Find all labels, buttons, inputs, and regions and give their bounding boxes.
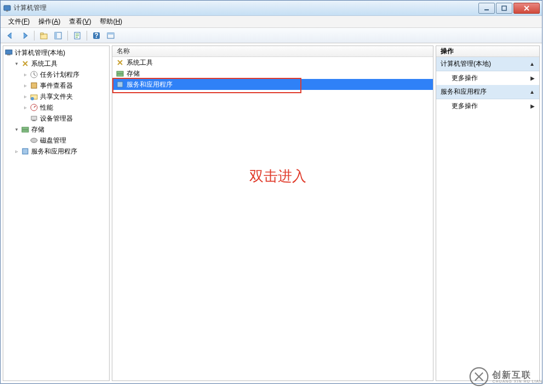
svg-rect-26	[117, 71, 123, 73]
window-title: 计算机管理	[14, 3, 477, 13]
blank-expand	[22, 137, 28, 144]
properties-button[interactable]	[71, 30, 84, 42]
show-hide-button[interactable]	[52, 30, 65, 42]
back-button[interactable]	[4, 30, 17, 42]
svg-rect-13	[5, 50, 12, 54]
collapse-icon[interactable]: ▲	[529, 89, 535, 95]
svg-rect-16	[31, 83, 37, 88]
svg-point-18	[31, 97, 34, 100]
up-button[interactable]	[37, 30, 50, 42]
forward-button[interactable]	[18, 30, 31, 42]
expand-icon[interactable]: ▹	[22, 93, 28, 100]
chevron-right-icon: ▶	[530, 103, 535, 109]
tree-label: 设备管理器	[40, 114, 73, 123]
tree-shared-folders[interactable]: ▹ 共享文件夹	[3, 91, 109, 102]
properties-icon	[73, 31, 82, 40]
titlebar[interactable]: 计算机管理	[1, 1, 542, 16]
expand-icon[interactable]: ▹	[22, 104, 28, 111]
collapse-icon[interactable]: ▾	[13, 126, 20, 133]
svg-rect-1	[6, 10, 8, 12]
actions-section-1[interactable]: 计算机管理(本地) ▲	[436, 57, 539, 71]
list-pane[interactable]: 名称 系统工具 存储 服务和应用程序 双击进入	[112, 46, 433, 381]
tree-system-tools[interactable]: ▾ 系统工具	[3, 58, 109, 69]
performance-icon	[30, 103, 38, 112]
svg-point-24	[31, 138, 37, 143]
svg-rect-7	[55, 32, 57, 39]
menubar: 文件(F) 操作(A) 查看(V) 帮助(H)	[1, 16, 542, 28]
svg-text:?: ?	[94, 32, 98, 39]
toolbar-separator	[34, 31, 35, 41]
section-title: 服务和应用程序	[441, 87, 487, 96]
actions-pane: 操作 计算机管理(本地) ▲ 更多操作 ▶ 服务和应用程序 ▲ 更多操作 ▶	[436, 46, 540, 381]
minimize-icon	[484, 5, 489, 11]
tree-label: 性能	[40, 103, 53, 112]
tree-storage[interactable]: ▾ 存储	[3, 124, 109, 135]
close-button[interactable]	[513, 3, 540, 14]
menu-file[interactable]: 文件(F)	[4, 16, 34, 27]
services-icon	[116, 80, 124, 89]
svg-rect-25	[22, 149, 28, 154]
tree-task-scheduler[interactable]: ▹ 任务计划程序	[3, 69, 109, 80]
column-name[interactable]: 名称	[112, 47, 134, 56]
refresh-button[interactable]	[104, 30, 117, 42]
expand-icon[interactable]: ▹	[22, 71, 28, 78]
list-item[interactable]: 存储	[112, 68, 433, 79]
event-icon	[30, 81, 38, 90]
tree-performance[interactable]: ▹ 性能	[3, 102, 109, 113]
tree-label: 事件查看器	[40, 81, 73, 90]
help-button[interactable]: ?	[90, 30, 103, 42]
minimize-button[interactable]	[478, 3, 495, 14]
tools-icon	[116, 58, 124, 67]
menu-view[interactable]: 查看(V)	[65, 16, 95, 27]
svg-rect-14	[7, 54, 10, 55]
tree-disk-management[interactable]: 磁盘管理	[3, 135, 109, 146]
collapse-icon[interactable]: ▲	[529, 61, 535, 67]
collapse-icon[interactable]: ▾	[13, 60, 20, 67]
watermark: 创新互联 CHUANG XIN HU LIAN	[469, 367, 543, 387]
maximize-icon	[501, 5, 507, 11]
storage-icon	[21, 125, 30, 134]
tree-services-apps[interactable]: ▹ 服务和应用程序	[3, 146, 109, 157]
svg-rect-28	[117, 82, 123, 87]
list-item[interactable]: 系统工具	[112, 57, 433, 68]
tree-label: 存储	[31, 125, 44, 134]
toolbar: ?	[1, 28, 542, 43]
tree-pane[interactable]: 计算机管理(本地) ▾ 系统工具 ▹ 任务计划程序 ▹ 事件查看器	[3, 46, 110, 381]
svg-rect-5	[41, 33, 43, 35]
section-title: 计算机管理(本地)	[441, 59, 491, 69]
maximize-button[interactable]	[496, 3, 512, 14]
list-label: 存储	[127, 69, 140, 78]
svg-rect-0	[4, 5, 10, 10]
window-controls	[477, 3, 540, 14]
watermark-logo-icon	[469, 367, 489, 387]
tree-label: 磁盘管理	[40, 136, 66, 145]
tree-event-viewer[interactable]: ▹ 事件查看器	[3, 80, 109, 91]
tree-root-node[interactable]: 计算机管理(本地)	[3, 47, 109, 58]
services-icon	[21, 147, 30, 156]
menu-action[interactable]: 操作(A)	[34, 16, 65, 27]
help-icon: ?	[92, 31, 101, 40]
shared-folder-icon	[30, 92, 38, 101]
expand-icon[interactable]: ▹	[13, 148, 20, 155]
computer-icon	[4, 48, 13, 57]
tree-label: 计算机管理(本地)	[15, 48, 65, 58]
storage-icon	[116, 69, 124, 78]
list-body: 系统工具 存储 服务和应用程序	[112, 57, 433, 380]
action-label: 更多操作	[452, 73, 478, 83]
list-label: 服务和应用程序	[127, 80, 173, 89]
actions-section-2[interactable]: 服务和应用程序 ▲	[436, 85, 539, 99]
tree-device-manager[interactable]: 设备管理器	[3, 113, 109, 124]
actions-header: 操作	[436, 46, 539, 57]
action-label: 更多操作	[452, 101, 478, 111]
action-more-2[interactable]: 更多操作 ▶	[436, 99, 539, 113]
toolbar-separator	[67, 31, 68, 41]
app-icon	[3, 4, 12, 13]
panel-icon	[54, 31, 62, 40]
close-icon	[523, 5, 530, 12]
expand-icon[interactable]: ▹	[22, 82, 28, 89]
action-more-1[interactable]: 更多操作 ▶	[436, 71, 539, 85]
list-item-selected[interactable]: 服务和应用程序	[112, 79, 433, 90]
tree-label: 任务计划程序	[40, 70, 79, 79]
clock-icon	[30, 70, 38, 79]
menu-help[interactable]: 帮助(H)	[95, 16, 127, 27]
